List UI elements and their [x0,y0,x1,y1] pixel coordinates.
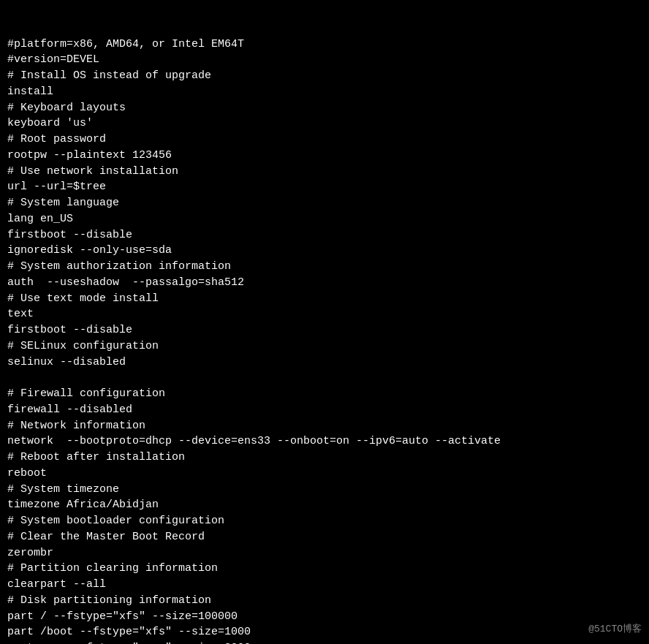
terminal-line: reboot [7,466,642,482]
watermark: @51CTO博客 [588,623,642,637]
terminal-line: part /boot --fstype="xfs" --size=1000 [7,624,642,640]
terminal-line: # Firewall configuration [7,386,642,402]
terminal-line: selinux --disabled [7,355,642,371]
terminal-line: # Root password [7,132,642,148]
terminal-line: install [7,84,642,100]
terminal-window: #platform=x86, AMD64, or Intel EM64T#ver… [0,0,649,644]
terminal-line: zerombr [7,545,642,561]
terminal-line: # System language [7,195,642,211]
terminal-line: clearpart --all [7,577,642,593]
terminal-line: #platform=x86, AMD64, or Intel EM64T [7,37,642,53]
terminal-line: auth --useshadow --passalgo=sha512 [7,275,642,291]
terminal-line: # Network information [7,418,642,434]
terminal-line: # System bootloader configuration [7,513,642,529]
terminal-line: # SELinux configuration [7,338,642,355]
terminal-line: # Keyboard layouts [7,100,642,116]
terminal-line: network --bootproto=dhcp --device=ens33 … [7,433,642,450]
terminal-line: # System timezone [7,482,642,498]
terminal-line: rootpw --plaintext 123456 [7,148,642,164]
terminal-line: # Reboot after installation [7,450,642,466]
terminal-line: part swap --fstype="swap" --size=2000 [7,640,642,644]
terminal-line [7,370,642,386]
terminal-line: firewall --disabled [7,402,642,418]
terminal-line: ignoredisk --only-use=sda [7,243,642,259]
terminal-line: # Clear the Master Boot Record [7,529,642,545]
terminal-line: url --url=$tree [7,179,642,195]
terminal-line: firstboot --disable [7,227,642,243]
terminal-line: text [7,306,642,322]
terminal-line: #version=DEVEL [7,52,642,68]
terminal-line: # Disk partitioning information [7,593,642,609]
terminal-line: # System authorization information [7,259,642,275]
terminal-line: firstboot --disable [7,322,642,338]
terminal-line: lang en_US [7,211,642,227]
terminal-line: part / --fstype="xfs" --size=100000 [7,609,642,625]
terminal-line: keyboard 'us' [7,115,642,132]
terminal-line: # Use network installation [7,164,642,180]
terminal-line: # Install OS instead of upgrade [7,68,642,84]
terminal-line: timezone Africa/Abidjan [7,497,642,513]
terminal-line: # Partition clearing information [7,561,642,577]
terminal-line: # Use text mode install [7,291,642,307]
